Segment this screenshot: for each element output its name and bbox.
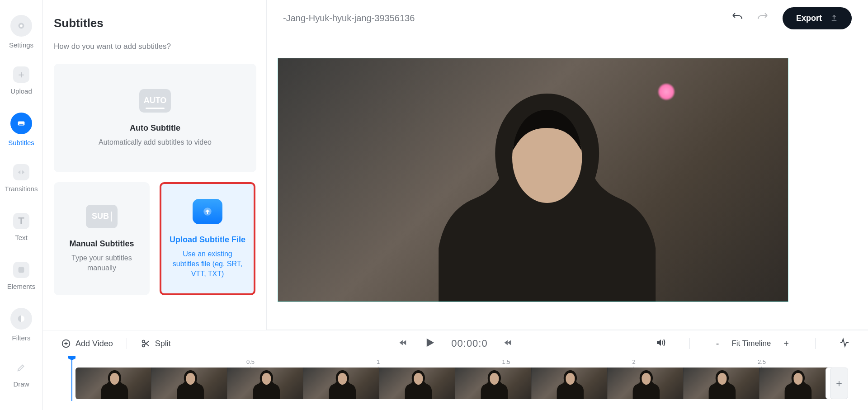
activity-icon	[839, 337, 850, 348]
manual-subtitle-title: Manual Subtitles	[69, 239, 134, 249]
auto-icon: AUTO	[139, 89, 171, 113]
nav-draw[interactable]: Draw	[0, 349, 42, 398]
nav-rail: Settings ＋ Upload Subtitles Transitions …	[0, 0, 43, 410]
manual-icon: SUB	[86, 205, 118, 228]
video-clip[interactable]: ⋮	[75, 368, 835, 399]
undo-button[interactable]	[730, 13, 744, 24]
nav-text[interactable]: T Text	[0, 203, 42, 251]
waveform-button[interactable]	[839, 337, 850, 350]
clip-thumbnail	[303, 368, 379, 399]
timeline-ruler[interactable]: 0.511.522.53	[59, 357, 852, 368]
clip-thumbnail	[760, 368, 835, 399]
fit-timeline-button[interactable]: Fit Timeline	[731, 339, 771, 348]
upload-file-icon	[193, 199, 222, 224]
timeline-footer: Add Video Split 00:00:0 - Fit Tim	[43, 330, 868, 410]
clip-thumbnail	[379, 368, 455, 399]
upload-subtitle-desc: Use an existing subtitles file (eg. SRT,…	[170, 249, 245, 279]
clip-thumbnail	[75, 368, 151, 399]
subtitles-icon	[10, 113, 32, 134]
nav-transitions[interactable]: Transitions	[0, 154, 42, 203]
subtitles-panel: Subtitles How do you want to add subtitl…	[43, 0, 267, 330]
auto-subtitle-title: Auto Subtitle	[130, 123, 180, 133]
step-forward-button[interactable]	[503, 338, 513, 349]
upload-subtitle-card[interactable]: Upload Subtitle File Use an existing sub…	[160, 182, 255, 295]
project-title[interactable]: -Jang-Hyuk-hyuk-jang-39356136	[283, 13, 415, 24]
nav-filters[interactable]: Filters	[0, 300, 42, 349]
export-label: Export	[796, 14, 822, 23]
step-back-button[interactable]	[398, 338, 408, 349]
playhead[interactable]	[68, 356, 75, 360]
clip-thumbnail	[455, 368, 531, 399]
clip-thumbnail	[227, 368, 303, 399]
auto-subtitle-desc: Automatically add subtitles to video	[99, 137, 212, 147]
export-button[interactable]: Export	[783, 7, 852, 29]
nav-label: Text	[15, 234, 28, 241]
zoom-out-button[interactable]: -	[713, 339, 722, 349]
zoom-in-button[interactable]: +	[781, 339, 792, 349]
svg-point-1	[20, 24, 23, 27]
nav-label: Upload	[10, 87, 32, 95]
nav-upload[interactable]: ＋ Upload	[0, 56, 42, 105]
nav-label: Settings	[9, 41, 33, 49]
elements-icon	[13, 262, 29, 278]
nav-elements[interactable]: Elements	[0, 251, 42, 300]
nav-label: Draw	[13, 380, 29, 388]
pencil-icon	[13, 359, 29, 376]
gear-icon	[10, 15, 32, 37]
transitions-icon	[13, 164, 29, 180]
nav-label: Elements	[7, 283, 36, 290]
svg-rect-4	[19, 267, 24, 273]
nav-subtitles[interactable]: Subtitles	[0, 105, 42, 154]
panel-prompt: How do you want to add subtitles?	[54, 42, 255, 51]
video-preview[interactable]	[278, 58, 788, 302]
speaker-icon	[655, 337, 666, 348]
split-button[interactable]: Split	[141, 339, 171, 349]
add-track-button[interactable]: ＋	[830, 368, 848, 399]
svg-rect-2	[18, 121, 25, 125]
plus-icon: ＋	[13, 66, 29, 83]
export-icon	[830, 14, 838, 22]
redo-button[interactable]	[756, 13, 770, 24]
svg-point-8	[142, 340, 145, 343]
nav-settings[interactable]: Settings	[0, 7, 42, 56]
svg-point-9	[142, 344, 145, 347]
nav-label: Filters	[12, 334, 31, 342]
timeline-toolbar: Add Video Split 00:00:0 - Fit Tim	[43, 330, 868, 357]
clip-thumbnail	[684, 368, 760, 399]
play-button[interactable]	[423, 336, 436, 351]
scissors-icon	[141, 339, 151, 349]
manual-subtitle-card[interactable]: SUB Manual Subtitles Type your subtitles…	[54, 182, 150, 295]
upload-subtitle-title: Upload Subtitle File	[170, 235, 245, 245]
auto-subtitle-card[interactable]: AUTO Auto Subtitle Automatically add sub…	[54, 64, 256, 172]
clip-thumbnail	[532, 368, 608, 399]
preview-area: -Jang-Hyuk-hyuk-jang-39356136 Export	[267, 0, 868, 330]
text-icon: T	[13, 213, 29, 229]
panel-title: Subtitles	[54, 16, 255, 30]
add-video-button[interactable]: Add Video	[61, 339, 113, 349]
manual-subtitle-desc: Type your subtitles manually	[62, 253, 142, 273]
contrast-icon	[10, 308, 32, 330]
nav-label: Transitions	[5, 185, 38, 193]
person-silhouette	[429, 71, 665, 302]
preview-header: -Jang-Hyuk-hyuk-jang-39356136 Export	[267, 0, 868, 36]
svg-rect-3	[19, 123, 23, 124]
time-display: 00:00:0	[451, 338, 487, 349]
clip-thumbnail	[151, 368, 227, 399]
plus-circle-icon	[61, 339, 71, 349]
clip-thumbnail	[608, 368, 684, 399]
volume-button[interactable]	[655, 337, 666, 350]
nav-label: Subtitles	[8, 139, 34, 146]
